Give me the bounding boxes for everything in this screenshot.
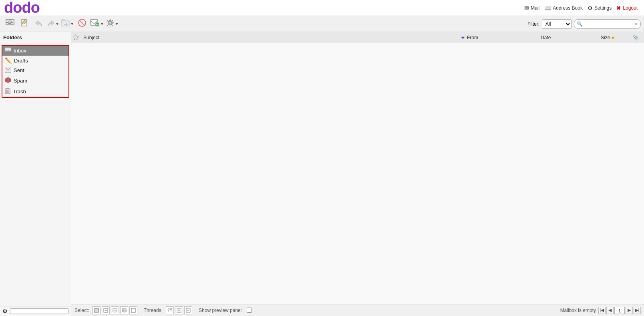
toolbar: ▼ ▼	[0, 16, 644, 32]
search-clear-icon[interactable]: ✕	[634, 21, 638, 27]
nav-addressbook-label: Address Book	[553, 5, 583, 11]
nav-settings-label: Settings	[594, 5, 612, 11]
filter-select[interactable]: All Unread Starred Flagged	[542, 19, 572, 29]
folder-inbox[interactable]: Inbox	[2, 46, 68, 56]
col-from-header[interactable]: ✦ From	[461, 34, 541, 41]
page-number: 1	[614, 307, 625, 314]
forward-dropdown-arrow: ▼	[55, 22, 59, 26]
folder-sent[interactable]: Sent	[2, 65, 68, 75]
nav-addressbook[interactable]: 📖 Address Book	[544, 5, 583, 11]
page-next-button[interactable]: ▶	[626, 307, 633, 314]
storage-progress-label: 0%	[10, 314, 68, 314]
main-area: Folders Inbox ✏️ Drafts	[0, 32, 644, 316]
inbox-icon	[5, 47, 11, 54]
select-flagged-button[interactable]	[129, 306, 137, 314]
search-icon: 🔍	[577, 21, 583, 27]
threads-label: Threads:	[144, 308, 163, 313]
message-area: Subject ✦ From Date Size ★ 📎 Select:	[71, 32, 644, 316]
nav-logout[interactable]: ✖ Logout	[616, 5, 638, 11]
column-headers: Subject ✦ From Date Size ★ 📎	[71, 32, 644, 43]
storage-progress-bar: 0%	[10, 308, 68, 314]
mark-icon	[90, 19, 100, 29]
mail-icon: ✉	[524, 5, 529, 11]
select-icons	[93, 306, 137, 314]
header: dodo ✉ Mail 📖 Address Book ⚙ Settings ✖ …	[0, 0, 644, 16]
select-unread-button[interactable]	[120, 306, 128, 314]
col-date-header[interactable]: Date	[541, 35, 601, 40]
folder-trash-label: Trash	[13, 89, 26, 95]
mark-button[interactable]: ▼	[90, 18, 105, 30]
page-first-button[interactable]: |◀	[598, 307, 606, 314]
svg-rect-5	[61, 21, 69, 26]
select-all-button[interactable]	[93, 306, 101, 314]
forward-icon	[47, 19, 55, 28]
svg-point-17	[8, 81, 8, 82]
col-subject-header[interactable]: Subject	[81, 35, 461, 40]
folder-spam[interactable]: Spam	[2, 75, 68, 86]
threads-collapse-button[interactable]	[184, 306, 192, 314]
select-label: Select:	[74, 308, 89, 313]
select-none-button[interactable]	[102, 306, 110, 314]
svg-rect-20	[6, 88, 9, 89]
svg-point-32	[170, 308, 172, 310]
svg-line-8	[79, 20, 85, 26]
search-box: 🔍 ✕	[574, 19, 641, 29]
move-button[interactable]: ▼	[60, 18, 74, 30]
svg-point-12	[108, 21, 112, 25]
statusbar-right: Mailbox is empty |◀ ◀ 1 ▶ ▶|	[560, 307, 641, 314]
move-dropdown-arrow: ▼	[70, 22, 74, 26]
check-mail-icon	[6, 19, 14, 29]
mark-dropdown-arrow: ▼	[100, 22, 104, 26]
svg-rect-1	[9, 20, 11, 20]
settings-icon	[106, 18, 115, 29]
trash-icon	[5, 88, 10, 95]
page-last-button[interactable]: ▶|	[634, 307, 641, 314]
page-prev-button[interactable]: ◀	[606, 307, 614, 314]
folder-spam-label: Spam	[14, 78, 27, 84]
compose-icon	[20, 19, 28, 29]
sidebar-spacer	[0, 99, 71, 306]
threads-expand-button[interactable]	[175, 306, 183, 314]
select-all-icon[interactable]	[73, 34, 81, 41]
check-mail-button[interactable]	[3, 18, 17, 30]
sidebar: Folders Inbox ✏️ Drafts	[0, 32, 71, 316]
svg-point-11	[109, 22, 111, 24]
reply-icon	[35, 19, 43, 28]
move-icon	[61, 19, 70, 28]
svg-rect-28	[113, 309, 117, 312]
folder-inbox-label: Inbox	[14, 48, 26, 54]
logout-icon: ✖	[616, 5, 621, 11]
preview-pane-checkbox[interactable]	[247, 308, 252, 313]
nav-logout-label: Logout	[623, 5, 638, 11]
svg-point-10	[95, 22, 99, 26]
svg-point-31	[168, 308, 169, 310]
filter-area: Filter: All Unread Starred Flagged 🔍 ✕	[527, 19, 641, 29]
settings-dropdown-arrow: ▼	[115, 22, 119, 26]
drafts-icon: ✏️	[5, 57, 12, 64]
statusbar: Select:	[71, 304, 644, 316]
preview-label: Show preview pane:	[199, 308, 242, 313]
svg-rect-30	[131, 308, 135, 312]
delete-button[interactable]	[75, 18, 89, 30]
reply-button[interactable]	[32, 18, 46, 30]
folder-sent-label: Sent	[14, 67, 24, 73]
threads-all-button[interactable]	[166, 306, 174, 314]
compose-button[interactable]	[18, 18, 31, 30]
col-size-header[interactable]: Size ★	[601, 35, 633, 40]
select-read-button[interactable]	[111, 306, 119, 314]
folder-drafts[interactable]: ✏️ Drafts	[2, 56, 68, 65]
from-star-icon: ✦	[461, 34, 465, 41]
delete-icon	[78, 18, 87, 29]
sidebar-gear-icon[interactable]: ⚙	[2, 308, 8, 314]
forward-button[interactable]: ▼	[46, 18, 60, 30]
settings-button[interactable]: ▼	[105, 18, 119, 30]
folder-drafts-label: Drafts	[14, 58, 28, 64]
search-input[interactable]	[584, 21, 632, 27]
nav-mail[interactable]: ✉ Mail	[524, 5, 539, 11]
filter-label: Filter:	[527, 21, 539, 27]
logo-area: dodo	[4, 0, 40, 16]
folder-trash[interactable]: Trash	[2, 86, 68, 97]
folder-list: Inbox ✏️ Drafts Sent	[2, 45, 69, 98]
nav-settings[interactable]: ⚙ Settings	[588, 5, 612, 11]
logo: dodo	[4, 0, 40, 16]
